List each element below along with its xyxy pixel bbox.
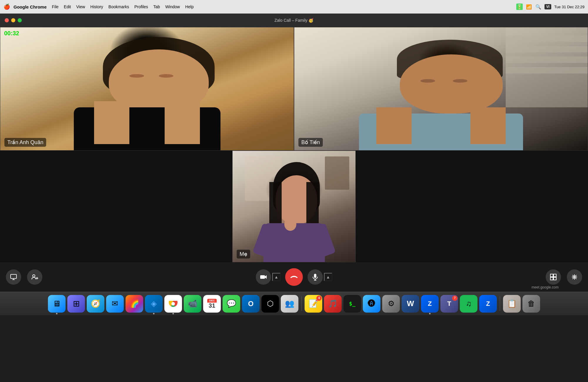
dock-item-finder[interactable]: 🖥: [48, 295, 66, 313]
grid-view-icon: [550, 274, 557, 280]
end-call-button[interactable]: [285, 268, 303, 286]
dock-item-safari[interactable]: 🧭: [87, 295, 104, 313]
dock-item-teams[interactable]: T 7: [440, 295, 458, 313]
dock-separator: [301, 296, 302, 311]
add-person-icon: [31, 273, 38, 281]
controls-center: ▲ ▲: [256, 268, 332, 286]
dock-item-photos[interactable]: 🌈: [126, 295, 143, 313]
video-tile-empty-left: [0, 151, 232, 262]
grid-view-button[interactable]: [546, 269, 561, 285]
participant-label-2: Bố Tiến: [298, 138, 323, 147]
lang-indicator: VI: [544, 4, 551, 9]
dock-item-clipboard[interactable]: 📋: [503, 295, 521, 313]
svg-rect-12: [550, 277, 553, 280]
screen-share-icon: [10, 273, 17, 281]
add-person-button[interactable]: [27, 269, 42, 285]
menubar: 🍎 Google Chrome File Edit View History B…: [0, 0, 588, 14]
battery-icon: 🔋: [516, 4, 523, 10]
dock-item-calendar[interactable]: DEC 31: [203, 295, 221, 313]
video-call-grid: 00:32 Trần Anh Quân: [0, 27, 588, 262]
gear-icon: [571, 274, 578, 280]
menu-bookmarks[interactable]: Bookmarks: [108, 4, 129, 9]
dock-item-mail[interactable]: ✉: [106, 295, 124, 313]
video-tile-empty-right: [356, 151, 588, 262]
menubar-right-icons: 🔋 📶 🔍 VI Tue 31 Dec 22:29: [516, 4, 584, 10]
menu-file[interactable]: File: [52, 4, 59, 9]
svg-point-14: [574, 276, 575, 278]
call-controls-bar: ▲ ▲: [0, 262, 588, 292]
dock-separator-2: [500, 296, 500, 311]
screen-share-button[interactable]: [6, 269, 21, 285]
participant-label-3: Mẹ: [237, 250, 250, 258]
camera-toggle-button[interactable]: [256, 269, 271, 285]
close-button[interactable]: [5, 18, 9, 22]
dock-item-outlook[interactable]: O: [242, 295, 260, 313]
svg-point-3: [33, 275, 35, 277]
dock-item-spotify[interactable]: ♫: [460, 295, 477, 313]
dock-item-chrome[interactable]: [164, 295, 182, 313]
menu-history[interactable]: History: [90, 4, 103, 9]
dock-item-zalo-2[interactable]: Z: [479, 295, 497, 313]
window-title: Zalo Call – Family 🥳: [275, 18, 314, 23]
menu-help[interactable]: Help: [185, 4, 194, 9]
svg-rect-13: [554, 277, 556, 280]
dock-item-settings[interactable]: ⚙: [382, 295, 400, 313]
video-row-top: Trần Anh Quân Bố Tiến: [0, 27, 588, 151]
teams-badge: 7: [452, 296, 457, 301]
mic-toggle-button[interactable]: [308, 269, 323, 285]
dock-item-chatgpt[interactable]: ⬡: [261, 295, 279, 313]
dock-item-notes[interactable]: 📝 4: [305, 295, 322, 313]
dock-item-facetime[interactable]: 📹: [184, 295, 201, 313]
video-tile-me: Mẹ: [232, 151, 356, 262]
dock-item-zalo-1[interactable]: Z: [421, 295, 439, 313]
dock-item-launchpad[interactable]: ⊞: [67, 295, 85, 313]
menu-tab[interactable]: Tab: [153, 4, 160, 9]
video-row-bottom: Mẹ: [0, 151, 588, 262]
apple-menu[interactable]: 🍎: [4, 4, 10, 10]
dock-item-trash[interactable]: 🗑: [522, 295, 540, 313]
video-tile-bo-tien: Bố Tiến: [294, 27, 588, 151]
camera-control-group: ▲: [256, 269, 280, 285]
browser-titlebar: Zalo Call – Family 🥳: [0, 14, 588, 27]
svg-rect-6: [260, 275, 265, 279]
participant-label-1: Trần Anh Quân: [4, 138, 46, 147]
svg-point-17: [171, 302, 175, 306]
dock-item-appstore[interactable]: 🅐: [363, 295, 380, 313]
app-name: Google Chrome: [14, 4, 47, 9]
camera-options-button[interactable]: ▲: [272, 273, 280, 281]
fullscreen-button[interactable]: [18, 18, 22, 22]
mic-icon: [313, 273, 318, 281]
wifi-icon: 📶: [526, 4, 532, 10]
svg-rect-11: [554, 274, 556, 277]
dock-item-vscode[interactable]: ◈: [145, 295, 163, 313]
more-options-button[interactable]: [567, 269, 582, 285]
window-controls: [5, 18, 22, 22]
svg-rect-7: [314, 274, 316, 278]
mic-control-group: ▲: [308, 269, 332, 285]
dock-item-contacts[interactable]: 👥: [281, 295, 298, 313]
dock-item-terminal[interactable]: $_: [343, 295, 361, 313]
controls-right: [546, 269, 582, 285]
call-timer: 00:32: [4, 30, 19, 37]
dock-item-music[interactable]: 🎵: [324, 295, 342, 313]
macos-dock: 🖥 ⊞ 🧭 ✉ 🌈 ◈ 📹 DEC 31 💬: [0, 292, 588, 315]
end-call-icon: [290, 275, 298, 279]
svg-rect-10: [550, 274, 553, 277]
menu-profiles[interactable]: Profiles: [134, 4, 148, 9]
dock-item-messages[interactable]: 💬: [223, 295, 240, 313]
video-tile-tran-anh-quan: Trần Anh Quân: [0, 27, 294, 151]
system-clock: Tue 31 Dec 22:29: [554, 5, 584, 9]
controls-left: [6, 269, 42, 285]
svg-rect-0: [11, 274, 16, 278]
camera-icon: [260, 274, 267, 280]
chrome-icon: [168, 298, 178, 309]
minimize-button[interactable]: [11, 18, 15, 22]
menu-window[interactable]: Window: [165, 4, 180, 9]
mic-options-button[interactable]: ▲: [324, 273, 332, 281]
menu-edit[interactable]: Edit: [64, 4, 71, 9]
dock-item-word[interactable]: W: [402, 295, 419, 313]
notes-badge: 4: [316, 296, 322, 301]
url-bar-hint: meet.google.com: [532, 285, 559, 289]
magnifier-icon[interactable]: 🔍: [535, 4, 542, 10]
menu-view[interactable]: View: [76, 4, 85, 9]
